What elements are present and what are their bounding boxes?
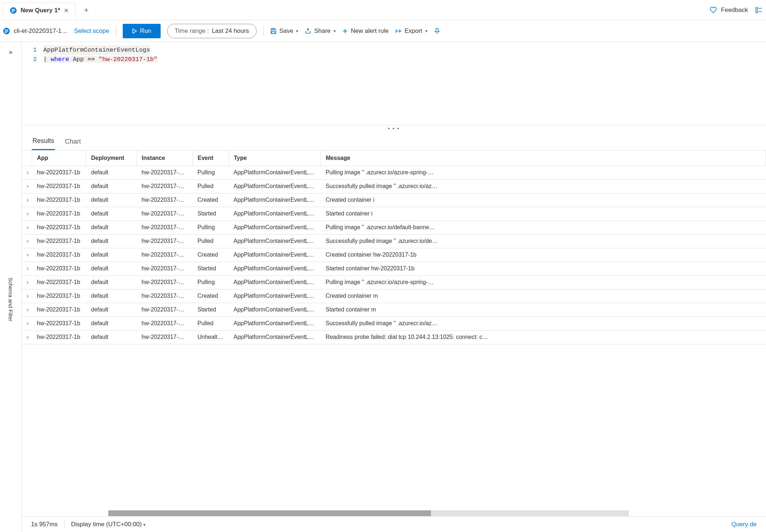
expand-row-icon[interactable]: ›: [22, 289, 32, 303]
expand-row-icon[interactable]: ›: [22, 207, 32, 221]
expand-row-icon[interactable]: ›: [22, 248, 32, 262]
cell: Pulling: [192, 166, 229, 179]
col-header-message[interactable]: Message: [321, 151, 766, 166]
cell: default: [86, 193, 136, 207]
run-button[interactable]: Run: [123, 24, 161, 38]
cell: Pulled: [192, 317, 229, 330]
table-row[interactable]: ›hw-20220317-1bdefaulthw-20220317-1…Crea…: [22, 193, 766, 207]
col-header-app[interactable]: App: [32, 151, 86, 166]
cell: hw-20220317-1…: [136, 303, 192, 317]
query-editor[interactable]: 1 2 AppPlatformContainerEventLogs | wher…: [22, 42, 766, 125]
cell: Successfully pulled image " .azurecr.io/…: [321, 179, 766, 193]
table-header-row: App Deployment Instance Event Type Messa…: [22, 151, 766, 166]
table-row[interactable]: ›hw-20220317-1bdefaulthw-20220317-1…Pull…: [22, 234, 766, 248]
save-icon: [270, 28, 277, 34]
query-details-link[interactable]: Query de: [731, 521, 757, 528]
table-row[interactable]: ›hw-20220317-1bdefaulthw-20220317-1…Unhe…: [22, 330, 766, 344]
cell: Started: [192, 207, 229, 221]
col-header-type[interactable]: Type: [229, 151, 321, 166]
cell: default: [86, 330, 136, 344]
cell: AppPlatformContainerEventLogs: [229, 289, 321, 303]
pin-icon[interactable]: [434, 28, 440, 34]
close-tab-icon[interactable]: ✕: [64, 7, 69, 14]
col-header-event[interactable]: Event: [192, 151, 229, 166]
share-button[interactable]: Share ▾: [305, 27, 335, 35]
export-label: Export: [405, 27, 422, 35]
cell: Pulling image " .azurecr.io/azure-spring…: [321, 275, 766, 289]
table-row[interactable]: ›hw-20220317-1bdefaulthw-20220317-1…Crea…: [22, 248, 766, 262]
svg-rect-13: [272, 29, 274, 30]
display-time-picker[interactable]: Display time (UTC+00:00) ▾: [71, 521, 146, 528]
expand-row-icon[interactable]: ›: [22, 179, 32, 193]
cell: AppPlatformContainerEventLogs: [229, 207, 321, 221]
cell: Successfully pulled image " .azurecr.io/…: [321, 234, 766, 248]
cell: hw-20220317-1b: [32, 166, 86, 179]
cell: Created: [192, 289, 229, 303]
tab-bar: New Query 1* ✕ ＋ Feedback: [0, 0, 766, 20]
cell: Started: [192, 262, 229, 275]
cell: hw-20220317-1b: [32, 234, 86, 248]
save-button[interactable]: Save ▾: [270, 27, 299, 35]
expand-row-icon[interactable]: ›: [22, 303, 32, 317]
cell: AppPlatformContainerEventLogs: [229, 262, 321, 275]
time-range-picker[interactable]: Time range : Last 24 hours: [167, 24, 257, 38]
cell: Readiness probe failed: dial tcp 10.244.…: [321, 330, 766, 344]
export-button[interactable]: Export ▾: [395, 27, 427, 35]
queries-panel-icon[interactable]: [755, 6, 762, 14]
cell: Pulling: [192, 221, 229, 234]
workspace-picker[interactable]: cli-et-20220317-1…: [3, 27, 68, 35]
col-header-deployment[interactable]: Deployment: [86, 151, 136, 166]
expand-row-icon[interactable]: ›: [22, 234, 32, 248]
table-row[interactable]: ›hw-20220317-1bdefaulthw-20220317-1…Crea…: [22, 289, 766, 303]
cell: hw-20220317-1…: [136, 275, 192, 289]
expand-row-icon[interactable]: ›: [22, 330, 32, 344]
expand-row-icon[interactable]: ›: [22, 166, 32, 179]
select-scope-link[interactable]: Select scope: [74, 27, 109, 35]
query-tab[interactable]: New Query 1* ✕: [3, 3, 75, 18]
time-range-value: Last 24 hours: [212, 27, 249, 35]
cell: hw-20220317-1…: [136, 234, 192, 248]
cell: Created container i: [321, 193, 766, 207]
col-header-instance[interactable]: Instance: [136, 151, 192, 166]
table-row[interactable]: ›hw-20220317-1bdefaulthw-20220317-1…Pull…: [22, 221, 766, 234]
cell: Started: [192, 303, 229, 317]
chevron-down-icon: ▾: [143, 522, 145, 527]
cell: hw-20220317-1…: [136, 262, 192, 275]
table-row[interactable]: ›hw-20220317-1bdefaulthw-20220317-1…Pull…: [22, 179, 766, 193]
table-row[interactable]: ›hw-20220317-1bdefaulthw-20220317-1…Star…: [22, 303, 766, 317]
cell: hw-20220317-1b: [32, 275, 86, 289]
results-grid[interactable]: App Deployment Instance Event Type Messa…: [22, 151, 766, 510]
table-row[interactable]: ›hw-20220317-1bdefaulthw-20220317-1…Star…: [22, 262, 766, 275]
line-gutter: 1 2: [22, 45, 43, 125]
expand-rail-icon[interactable]: »: [9, 48, 12, 56]
cell: Pulled: [192, 234, 229, 248]
tab-chart[interactable]: Chart: [64, 135, 82, 150]
table-row[interactable]: ›hw-20220317-1bdefaulthw-20220317-1…Star…: [22, 207, 766, 221]
horizontal-scrollbar[interactable]: [22, 510, 766, 516]
new-alert-button[interactable]: New alert rule: [342, 27, 389, 35]
table-row[interactable]: ›hw-20220317-1bdefaulthw-20220317-1…Pull…: [22, 275, 766, 289]
cell: AppPlatformContainerEventLogs: [229, 317, 321, 330]
expand-row-icon[interactable]: ›: [22, 221, 32, 234]
cell: hw-20220317-1b: [32, 193, 86, 207]
cell: default: [86, 179, 136, 193]
tab-results[interactable]: Results: [32, 134, 55, 150]
new-tab-button[interactable]: ＋: [80, 3, 92, 17]
expand-row-icon[interactable]: ›: [22, 275, 32, 289]
cell: default: [86, 317, 136, 330]
svg-rect-5: [756, 11, 758, 13]
table-row[interactable]: ›hw-20220317-1bdefaulthw-20220317-1…Pull…: [22, 166, 766, 179]
table-row[interactable]: ›hw-20220317-1bdefaulthw-20220317-1…Pull…: [22, 317, 766, 330]
expand-row-icon[interactable]: ›: [22, 262, 32, 275]
cell: hw-20220317-1…: [136, 330, 192, 344]
cell: AppPlatformContainerEventLogs: [229, 303, 321, 317]
splitter-handle[interactable]: • • •: [22, 125, 766, 131]
schema-filter-label[interactable]: Schema and Filter: [8, 278, 14, 322]
code-area[interactable]: AppPlatformContainerEventLogs | where Ap…: [43, 45, 766, 125]
expand-row-icon[interactable]: ›: [22, 193, 32, 207]
feedback-button[interactable]: Feedback: [709, 6, 748, 14]
expand-row-icon[interactable]: ›: [22, 317, 32, 330]
cell: Created: [192, 248, 229, 262]
cell: hw-20220317-1b: [32, 262, 86, 275]
cell: AppPlatformContainerEventLogs: [229, 275, 321, 289]
